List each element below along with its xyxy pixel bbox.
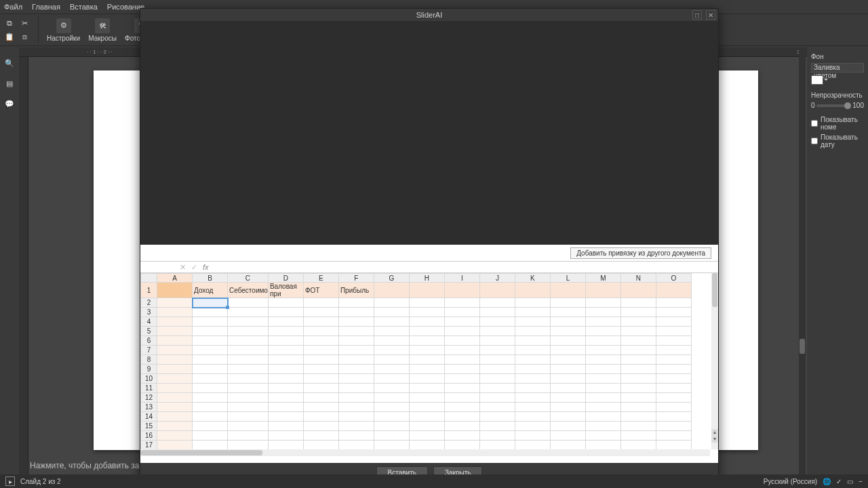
cell-I5[interactable] <box>444 327 479 336</box>
cell-G12[interactable] <box>374 393 409 403</box>
scrollbar-thumb[interactable] <box>800 339 805 354</box>
cell-H14[interactable] <box>409 412 444 422</box>
opacity-slider[interactable] <box>816 104 852 107</box>
cell-L17[interactable] <box>550 441 585 450</box>
show-date-checkbox[interactable]: Показывать дату <box>811 134 864 148</box>
cell-M9[interactable] <box>585 365 620 374</box>
cell-L11[interactable] <box>550 384 585 393</box>
cut-icon[interactable]: ✂ <box>19 18 30 28</box>
chat-icon[interactable]: 💬 <box>3 98 16 110</box>
cell-M12[interactable] <box>585 393 620 403</box>
cell-N14[interactable] <box>620 412 656 422</box>
cell-H9[interactable] <box>409 365 444 374</box>
cell-M3[interactable] <box>585 308 620 317</box>
cell-A2[interactable] <box>157 298 193 308</box>
cell-A10[interactable] <box>157 374 193 384</box>
cell-D5[interactable] <box>268 327 303 336</box>
col-header[interactable]: C <box>228 274 269 283</box>
cell-A13[interactable] <box>157 403 193 412</box>
cell-J1[interactable] <box>479 283 515 298</box>
cell-H15[interactable] <box>409 422 444 431</box>
cell-L13[interactable] <box>550 403 585 412</box>
cell-O4[interactable] <box>656 317 691 327</box>
cell-C17[interactable] <box>228 441 269 450</box>
cell-F10[interactable] <box>338 374 374 384</box>
cell-L2[interactable] <box>550 298 585 308</box>
document-scrollbar[interactable] <box>799 47 806 474</box>
cell-K9[interactable] <box>515 365 550 374</box>
col-header[interactable]: I <box>444 274 479 283</box>
cell-K2[interactable] <box>515 298 550 308</box>
cell-K1[interactable] <box>515 283 550 298</box>
cell-I11[interactable] <box>444 384 479 393</box>
lang-icon[interactable]: 🌐 <box>823 478 831 485</box>
cell-G2[interactable] <box>374 298 409 308</box>
cell-C15[interactable] <box>228 422 269 431</box>
cell-H5[interactable] <box>409 327 444 336</box>
cell-D2[interactable] <box>268 298 303 308</box>
cell-E12[interactable] <box>303 393 338 403</box>
cell-O9[interactable] <box>656 365 691 374</box>
cell-E5[interactable] <box>303 327 338 336</box>
cell-L7[interactable] <box>550 346 585 355</box>
cell-L14[interactable] <box>550 412 585 422</box>
cell-A5[interactable] <box>157 327 193 336</box>
cell-K10[interactable] <box>515 374 550 384</box>
cell-C12[interactable] <box>228 393 269 403</box>
cell-D1[interactable]: Валовая при <box>268 283 303 298</box>
cell-M5[interactable] <box>585 327 620 336</box>
cell-K16[interactable] <box>515 431 550 441</box>
cell-N4[interactable] <box>620 317 656 327</box>
cell-B16[interactable] <box>193 431 228 441</box>
cell-J9[interactable] <box>479 365 515 374</box>
cell-N8[interactable] <box>620 355 656 365</box>
play-icon[interactable]: ▸ <box>5 476 15 486</box>
cell-J13[interactable] <box>479 403 515 412</box>
cell-E4[interactable] <box>303 317 338 327</box>
search-icon[interactable]: 🔍 <box>3 57 16 69</box>
cell-N5[interactable] <box>620 327 656 336</box>
cell-L10[interactable] <box>550 374 585 384</box>
cell-K3[interactable] <box>515 308 550 317</box>
macros-button[interactable]: 🛠 Макросы <box>87 18 118 42</box>
cell-K13[interactable] <box>515 403 550 412</box>
cell-F11[interactable] <box>338 384 374 393</box>
cell-G15[interactable] <box>374 422 409 431</box>
row-header[interactable]: 7 <box>141 346 157 355</box>
cell-D15[interactable] <box>268 422 303 431</box>
sheet-horizontal-scrollbar[interactable] <box>140 449 710 456</box>
cell-O3[interactable] <box>656 308 691 317</box>
cell-K17[interactable] <box>515 441 550 450</box>
cell-E3[interactable] <box>303 308 338 317</box>
cell-M2[interactable] <box>585 298 620 308</box>
cell-O16[interactable] <box>656 431 691 441</box>
col-header[interactable]: O <box>656 274 691 283</box>
cell-H8[interactable] <box>409 355 444 365</box>
cell-I12[interactable] <box>444 393 479 403</box>
cell-M16[interactable] <box>585 431 620 441</box>
cell-N17[interactable] <box>620 441 656 450</box>
cell-O7[interactable] <box>656 346 691 355</box>
cell-M1[interactable] <box>585 283 620 298</box>
menu-home[interactable]: Главная <box>32 3 60 11</box>
cell-M8[interactable] <box>585 355 620 365</box>
cell-H6[interactable] <box>409 336 444 346</box>
cell-J11[interactable] <box>479 384 515 393</box>
cell-D17[interactable] <box>268 441 303 450</box>
cell-C14[interactable] <box>228 412 269 422</box>
cell-E14[interactable] <box>303 412 338 422</box>
row-header[interactable]: 3 <box>141 308 157 317</box>
cell-F7[interactable] <box>338 346 374 355</box>
cell-D10[interactable] <box>268 374 303 384</box>
cell-L8[interactable] <box>550 355 585 365</box>
cell-B14[interactable] <box>193 412 228 422</box>
cell-A1[interactable] <box>157 283 193 298</box>
cell-G11[interactable] <box>374 384 409 393</box>
row-header[interactable]: 11 <box>141 384 157 393</box>
cell-H16[interactable] <box>409 431 444 441</box>
cell-F6[interactable] <box>338 336 374 346</box>
col-header[interactable]: M <box>585 274 620 283</box>
cell-J4[interactable] <box>479 317 515 327</box>
cell-F15[interactable] <box>338 422 374 431</box>
cell-A9[interactable] <box>157 365 193 374</box>
